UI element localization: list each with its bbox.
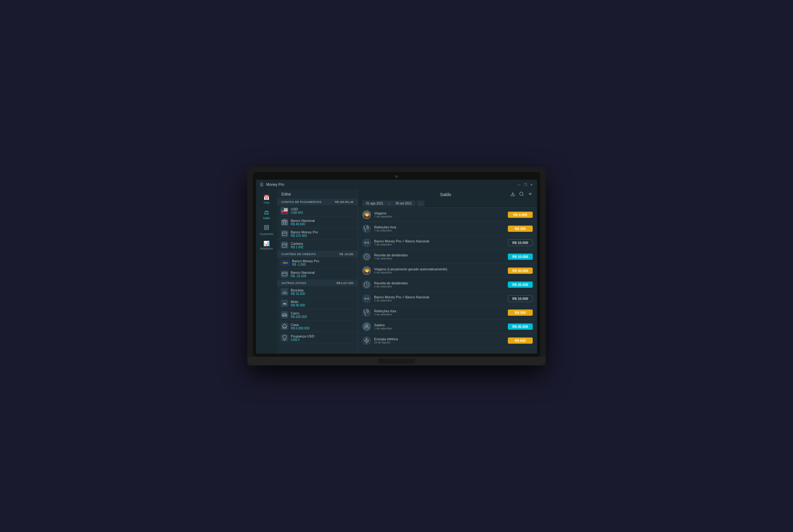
svg-text:🌄: 🌄 — [364, 268, 370, 274]
account-poupanca-usd[interactable]: Poupança USD US$ 0 — [277, 332, 357, 344]
banco-nacional-info: Banco Nacional R$ 49.600 — [291, 219, 353, 226]
date-end-button[interactable]: 30.set.2021 — [392, 201, 416, 206]
svg-rect-8 — [281, 209, 284, 211]
section-total-ativos: R$ 6.417.000 — [336, 282, 353, 285]
trans-name-4: Receita de dividendos — [374, 253, 505, 257]
trans-name-6: Receita de dividendos — [374, 281, 505, 285]
svg-rect-12 — [282, 272, 287, 276]
sidebar-item-orcamento[interactable]: Orçamento — [256, 222, 277, 238]
trans-date-9: 1 de setembro — [374, 327, 505, 330]
banco-money-pro-balance: R$ 115.400 — [291, 234, 353, 238]
account-banco-nacional-cc[interactable]: Banco Nacional R$ -19.200 — [277, 268, 357, 280]
title-bar-controls: — ❐ ✕ — [517, 183, 533, 187]
sidebar-label-orcamento: Orçamento — [260, 232, 274, 235]
trans-info-3: Banco Money Pro > Banco Nacional 7 de se… — [374, 239, 505, 246]
transaction-4[interactable]: Receita de dividendos 7 de setembro R$ 1… — [358, 250, 537, 264]
sidebar-label-relatorios: Relatórios — [260, 247, 273, 250]
section-total-cartoes: R$ -20.200 — [339, 253, 353, 256]
poupanca-icon — [281, 334, 288, 342]
svg-point-21 — [366, 324, 368, 327]
account-casa[interactable]: Casa R$ 6.000.000 — [277, 321, 357, 332]
date-start-button[interactable]: 01.ago.2021 — [362, 201, 387, 206]
trans-date-4: 7 de setembro — [374, 257, 505, 260]
moto-balance: R$ 90.000 — [291, 304, 353, 307]
hamburger-icon[interactable]: ☰ — [260, 182, 264, 187]
search-button[interactable] — [519, 191, 524, 197]
trans-date-8: 2 de setembro — [374, 313, 505, 316]
right-panel-header: Saldo — [358, 190, 537, 199]
transaction-10[interactable]: Energia elétrica 28 de agosto R$ 600 — [358, 334, 537, 348]
trans-name-3: Banco Money Pro > Banco Nacional — [374, 239, 505, 243]
trans-amount-7: R$ 10.000 — [508, 295, 533, 302]
carro-icon — [281, 311, 288, 319]
account-carteira[interactable]: Carteira R$ 1.002 — [277, 240, 357, 251]
transaction-3[interactable]: Banco Money Pro > Banco Nacional 7 de se… — [358, 236, 537, 250]
left-panel-body: CONTAS DE PAGAMENTOS R$ 168.351,48 USD U… — [277, 199, 357, 354]
transaction-8[interactable]: Refeições fora 2 de setembro R$ 300 — [358, 306, 537, 320]
banco-nacional-balance: R$ 49.600 — [291, 223, 353, 226]
bicicleta-name: Bicicleta — [291, 288, 353, 292]
banco-nacional-cc-icon — [281, 270, 288, 278]
account-banco-nacional[interactable]: Banco Nacional R$ 49.600 — [277, 216, 357, 228]
download-button[interactable] — [510, 191, 515, 197]
carro-balance: R$ 200.000 — [291, 315, 353, 319]
webcam — [395, 175, 398, 178]
account-carro[interactable]: Carro R$ 200.000 — [277, 309, 357, 321]
transaction-9[interactable]: Salário 1 de setembro R$ 45.000 — [358, 320, 537, 334]
edit-button[interactable]: Editar — [281, 192, 291, 196]
transaction-5[interactable]: 🌄 Viagens (Lançamento gerado automaticam… — [358, 264, 537, 278]
carro-name: Carro — [291, 311, 353, 315]
trans-info-2: Refeições fora 7 de setembro — [374, 225, 505, 232]
trackpad — [378, 359, 415, 364]
poupanca-name: Poupança USD — [291, 334, 353, 338]
trans-icon-4 — [362, 252, 371, 261]
trans-amount-9: R$ 45.000 — [508, 323, 533, 330]
calendar-icon: 📅 — [263, 194, 270, 201]
banco-money-pro-icon — [281, 230, 288, 238]
svg-rect-1 — [267, 225, 269, 227]
transaction-1[interactable]: 🌄 Viagens 7 de setembro R$ 4.000 — [358, 208, 537, 222]
casa-icon — [281, 323, 288, 330]
trans-amount-3: R$ 10.000 — [508, 239, 533, 246]
account-banco-money-pro[interactable]: Banco Money Pro R$ 115.400 — [277, 228, 357, 240]
sidebar-item-saldo[interactable]: ⚖ Saldo — [256, 207, 277, 222]
transaction-7[interactable]: Banco Money Pro > Banco Nacional 2 de se… — [358, 292, 537, 306]
account-moto[interactable]: 🏍 Moto R$ 90.000 — [277, 298, 357, 309]
transaction-6[interactable]: Receita de dividendos 2 de setembro R$ 2… — [358, 278, 537, 292]
bicicleta-info: Bicicleta R$ 15.000 — [291, 288, 353, 296]
date-end-label: 30.set.2021 — [395, 202, 412, 205]
maximize-button[interactable]: ❐ — [523, 183, 527, 187]
trans-date-1: 7 de setembro — [374, 215, 505, 218]
casa-info: Casa R$ 6.000.000 — [291, 323, 353, 330]
add-button[interactable] — [528, 191, 533, 197]
usd-name: USD — [291, 207, 353, 211]
trans-date-6: 2 de setembro — [374, 285, 505, 288]
sidebar: 📅 Hoje ⚖ Saldo Or — [256, 190, 277, 354]
svg-rect-3 — [267, 228, 269, 230]
left-panel: Editar CONTAS DE PAGAMENTOS R$ 168.351,4… — [277, 190, 358, 354]
sidebar-item-relatorios[interactable]: 📊 Relatórios — [256, 238, 277, 253]
title-bar-left: ☰ Money Pro — [260, 182, 517, 187]
sidebar-item-hoje[interactable]: 📅 Hoje — [256, 192, 277, 207]
trans-name-1: Viagens — [374, 211, 505, 215]
section-header-cartoes: CARTÕES DE CRÉDITO R$ -20.200 — [277, 251, 357, 257]
moto-name: Moto — [291, 300, 353, 304]
transaction-2[interactable]: Refeições fora 7 de setembro R$ 300 — [358, 222, 537, 236]
usd-info: USD US$ 453 — [291, 207, 353, 214]
right-panel: Saldo — [358, 190, 537, 354]
trans-icon-6 — [362, 280, 371, 289]
banco-nacional-name: Banco Nacional — [291, 219, 353, 223]
account-usd[interactable]: USD US$ 453 — [277, 205, 357, 216]
svg-rect-11 — [285, 222, 286, 224]
laptop-outer: ☰ Money Pro — ❐ ✕ 📅 Hoje — [247, 167, 546, 365]
sidebar-label-saldo: Saldo — [263, 216, 270, 220]
trans-date-10: 28 de agosto — [374, 341, 505, 344]
trans-amount-2: R$ 300 — [508, 226, 533, 232]
trans-name-10: Energia elétrica — [374, 337, 505, 341]
close-button[interactable]: ✕ — [530, 183, 533, 187]
account-visa-money-pro[interactable]: VISA Banco Money Pro R$ -1.000 — [277, 257, 357, 268]
banco-nacional-cc-info: Banco Nacional R$ -19.200 — [291, 271, 353, 278]
minimize-button[interactable]: — — [517, 183, 521, 187]
account-bicicleta[interactable]: 🚲 Bicicleta R$ 15.000 — [277, 286, 357, 298]
date-more-button[interactable]: ... — [417, 201, 424, 206]
